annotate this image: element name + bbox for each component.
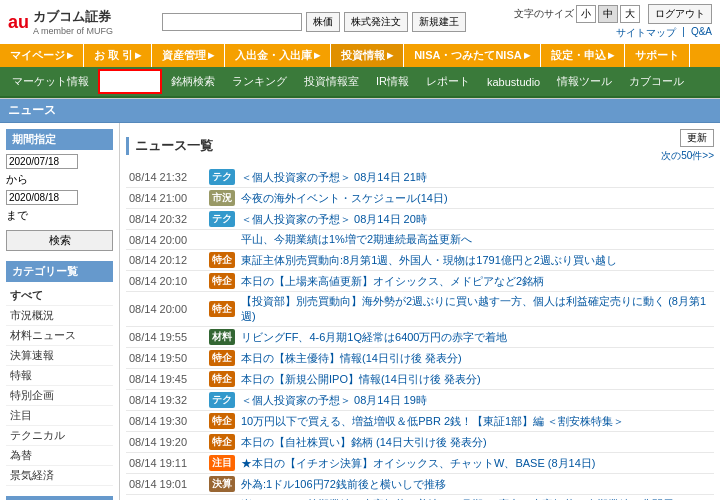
- news-badge: テク: [209, 211, 235, 227]
- search-input[interactable]: [162, 13, 302, 31]
- from-label: から: [6, 172, 28, 187]
- content-area: 期間指定 2020/07/18 から 2020/08/18 まで 検索 カテゴリ…: [0, 123, 720, 500]
- nav-arrow-icon: ▶: [67, 51, 73, 60]
- news-text-cell: 本日の【新規公開IPO】情報(14日引け後 発表分): [238, 369, 714, 390]
- sub-nav-item[interactable]: レポート: [418, 71, 478, 92]
- period-section: 期間指定 2020/07/18 から 2020/08/18 まで 検索: [6, 129, 113, 251]
- news-link[interactable]: 【投資部】別売買動向】海外勢が2週ぶりに買い越す一方、個人は利益確定売りに動く …: [241, 295, 706, 322]
- to-date-input[interactable]: 2020/08/18: [6, 190, 78, 205]
- to-label-row: まで: [6, 208, 113, 223]
- news-link[interactable]: ＜個人投資家の予想＞ 08月14日 20時: [241, 213, 427, 225]
- nav-item[interactable]: 設定・申込▶: [541, 44, 625, 67]
- sub-nav-item[interactable]: ニュース: [98, 69, 162, 94]
- category-item[interactable]: 材料ニュース: [6, 326, 113, 346]
- news-link[interactable]: 本日の【新規公開IPO】情報(14日引け後 発表分): [241, 373, 481, 385]
- news-link[interactable]: 10万円以下で買える、増益増収＆低PBR 2銭！【東証1部】編 ＜割安株特集＞: [241, 415, 624, 427]
- news-text-cell: 東証主体別売買動向:8月第1週、外国人・現物は1791億円と2週ぶり買い越し: [238, 250, 714, 271]
- font-mid-button[interactable]: 中: [598, 5, 618, 23]
- stock-order-button[interactable]: 株式発注文: [344, 12, 408, 32]
- site-map-link[interactable]: サイトマップ: [616, 26, 676, 40]
- news-badge: 特企: [209, 301, 235, 317]
- news-badge: 特企: [209, 413, 235, 429]
- category-item[interactable]: 特報: [6, 366, 113, 386]
- header: au カブコム証券 A member of MUFG 株価 株式発注文 新規建王…: [0, 0, 720, 99]
- category-item[interactable]: 特別企画: [6, 386, 113, 406]
- font-large-button[interactable]: 大: [620, 5, 640, 23]
- category-item[interactable]: 景気経済: [6, 466, 113, 486]
- news-link[interactable]: 本日の【株主優待】情報(14日引け後 発表分): [241, 352, 462, 364]
- sub-nav-item[interactable]: ランキング: [224, 71, 295, 92]
- nav-item[interactable]: 入出金・入出庫▶: [225, 44, 331, 67]
- new-order-button[interactable]: 新規建王: [412, 12, 466, 32]
- nav-arrow-icon: ▶: [314, 51, 320, 60]
- news-link[interactable]: 東証主体別売買動向:8月第1週、外国人・現物は1791億円と2週ぶり買い越し: [241, 254, 617, 266]
- category-item[interactable]: 注目: [6, 406, 113, 426]
- main-nav: マイページ▶お 取 引▶資産管理▶入出金・入出庫▶投資情報▶NISA・つみたてN…: [0, 44, 720, 67]
- stock-price-button[interactable]: 株価: [306, 12, 340, 32]
- table-row: 08/14 21:32テク＜個人投資家の予想＞ 08月14日 21時: [126, 167, 714, 188]
- news-badge-cell: 特企: [206, 250, 238, 271]
- news-date: 08/14 19:11: [126, 453, 206, 474]
- font-small-button[interactable]: 小: [576, 5, 596, 23]
- period-title: 期間指定: [6, 129, 113, 150]
- news-link[interactable]: 本日の【上場来高値更新】オイシックス、メドピアなど2銘柄: [241, 275, 544, 287]
- news-badge-cell: 注目: [206, 453, 238, 474]
- news-text-cell: 外為:1ドル106円72銭前後と横いしで推移: [238, 474, 714, 495]
- news-link[interactable]: ＜個人投資家の予想＞ 08月14日 21時: [241, 171, 427, 183]
- news-date: 08/14 21:00: [126, 188, 206, 209]
- table-row: 08/14 19:50特企本日の【株主優待】情報(14日引け後 発表分): [126, 348, 714, 369]
- table-row: 08/14 19:32テク＜個人投資家の予想＞ 08月14日 19時: [126, 390, 714, 411]
- category-list: すべて市況概況材料ニュース決算速報特報特別企画注目テクニカル為替景気経済: [6, 286, 113, 486]
- news-link[interactable]: ＜個人投資家の予想＞ 08月14日 19時: [241, 394, 427, 406]
- sub-nav-item[interactable]: マーケット情報: [4, 71, 97, 92]
- table-row: 08/14 19:01決算外為:1ドル106円72銭前後と横いしで推移: [126, 474, 714, 495]
- news-badge-cell: 決算: [206, 474, 238, 495]
- sub-nav-item[interactable]: kabustudio: [479, 73, 548, 91]
- news-link[interactable]: ★本日の【イチオシ決算】オイシックス、チャットW、BASE (8月14日): [241, 457, 595, 469]
- update-button[interactable]: 更新: [680, 129, 714, 147]
- news-link[interactable]: 今夜の海外イベント・スケジュール(14日): [241, 192, 448, 204]
- sub-nav-item[interactable]: IR情報: [368, 71, 417, 92]
- nav-item[interactable]: NISA・つみたてNISA▶: [404, 44, 541, 67]
- sub-nav-item[interactable]: 投資情報室: [296, 71, 367, 92]
- news-badge-cell: 特企: [206, 271, 238, 292]
- nav-item[interactable]: 資産管理▶: [152, 44, 225, 67]
- from-date-input[interactable]: 2020/07/18: [6, 154, 78, 169]
- site-links: サイトマップ | Q&A: [616, 26, 712, 40]
- sub-nav-item[interactable]: 情報ツール: [549, 71, 620, 92]
- news-link[interactable]: 平山、今期業績は1%増で2期連続最高益更新へ: [241, 233, 472, 245]
- to-label: まで: [6, 208, 28, 223]
- other-section: その他のニュース 先物OPニュース: [6, 496, 113, 500]
- news-badge-cell: [206, 495, 238, 501]
- sub-nav-item[interactable]: 銘柄検索: [163, 71, 223, 92]
- category-item[interactable]: 市況概況: [6, 306, 113, 326]
- logout-button[interactable]: ログアウト: [648, 4, 712, 24]
- nav-arrow-icon: ▶: [608, 51, 614, 60]
- news-link[interactable]: リビングFF、4-6月期1Q経常は6400万円の赤字で着地: [241, 331, 507, 343]
- news-link[interactable]: 外為:1ドル106円72銭前後と横いしで推移: [241, 478, 446, 490]
- nav-item[interactable]: お 取 引▶: [84, 44, 152, 67]
- news-badge: テク: [209, 392, 235, 408]
- nav-item[interactable]: サポート: [625, 44, 690, 67]
- search-button[interactable]: 検索: [6, 230, 113, 251]
- category-section: カテゴリー覧 すべて市況概況材料ニュース決算速報特報特別企画注目テクニカル為替景…: [6, 261, 113, 486]
- sidebar: 期間指定 2020/07/18 から 2020/08/18 まで 検索 カテゴリ…: [0, 123, 120, 500]
- qa-link[interactable]: Q&A: [691, 26, 712, 40]
- news-text-cell: ＜個人投資家の予想＞ 08月14日 21時: [238, 167, 714, 188]
- news-badge: テク: [209, 169, 235, 185]
- nav-item[interactable]: 投資情報▶: [331, 44, 404, 67]
- category-item[interactable]: テクニカル: [6, 426, 113, 446]
- category-item[interactable]: すべて: [6, 286, 113, 306]
- font-size-row: 文字のサイズ 小 中 大: [514, 5, 640, 23]
- category-title: カテゴリー覧: [6, 261, 113, 282]
- sub-nav-item[interactable]: カブコール: [621, 71, 692, 92]
- news-date: 08/14 20:32: [126, 209, 206, 230]
- category-item[interactable]: 決算速報: [6, 346, 113, 366]
- next-link[interactable]: 次の50件>>: [661, 149, 714, 163]
- nav-item[interactable]: マイページ▶: [0, 44, 84, 67]
- news-badge-cell: テク: [206, 390, 238, 411]
- category-item[interactable]: 為替: [6, 446, 113, 466]
- table-row: 08/14 19:11注目★本日の【イチオシ決算】オイシックス、チャットW、BA…: [126, 453, 714, 474]
- sub-nav: マーケット情報ニュース銘柄検索ランキング投資情報室IR情報レポートkabustu…: [0, 67, 720, 98]
- news-link[interactable]: 本日の【自社株買い】銘柄 (14日大引け後 発表分): [241, 436, 487, 448]
